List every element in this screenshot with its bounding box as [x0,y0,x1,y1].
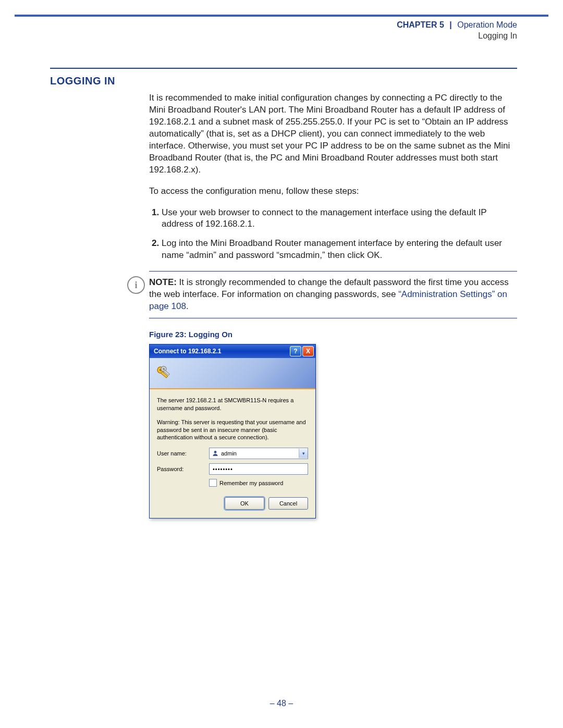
steps-intro: To access the configuration menu, follow… [149,186,517,198]
password-input[interactable]: •••••••• [209,463,308,475]
server-text: The server 192.168.2.1 at SMCWBR11S-N re… [157,397,308,412]
figure-caption: Figure 23: Logging On [149,330,517,339]
person-icon [212,450,219,457]
content-area: LOGGING IN It is recommended to make ini… [50,68,517,519]
chevron-down-icon[interactable]: ▾ [299,449,308,458]
page-number: – 48 – [0,699,563,708]
username-label: User name: [157,450,209,456]
running-head: CHAPTER 5 | Operation Mode Logging In [397,20,517,42]
ok-button[interactable]: OK [225,497,264,510]
close-button[interactable]: X [302,346,314,356]
chapter-line: CHAPTER 5 | Operation Mode [397,20,517,31]
section-rule [50,68,517,69]
auth-dialog: Connect to 192.168.2.1 ? X [149,344,316,519]
remember-checkbox[interactable] [209,479,217,487]
steps-list: Use your web browser to connect to the m… [149,207,517,262]
titlebar-buttons: ? X [290,346,314,356]
note-text: NOTE: It is strongly recommended to chan… [149,277,517,313]
remember-label: Remember my password [219,480,283,486]
dialog-titlebar[interactable]: Connect to 192.168.2.1 ? X [150,344,315,358]
chapter-label: CHAPTER 5 [397,20,444,29]
body-column: It is recommended to make initial config… [149,92,517,262]
running-sub: Logging In [397,31,517,42]
note-block: i NOTE: It is strongly recommended to ch… [50,271,517,318]
note-rule-bottom [149,318,517,318]
note-label: NOTE: [149,277,177,287]
warning-text: Warning: This server is requesting that … [157,418,308,442]
username-value: admin [219,450,299,456]
svg-point-6 [214,451,217,453]
password-row: Password: •••••••• [157,463,308,475]
manual-page: CHAPTER 5 | Operation Mode Logging In LO… [0,0,563,728]
note-rule-top [149,271,517,272]
keys-icon [155,364,173,382]
remember-row[interactable]: Remember my password [209,479,308,487]
dialog-body: The server 192.168.2.1 at SMCWBR11S-N re… [150,389,315,518]
dialog-banner [150,358,315,389]
svg-point-4 [163,368,165,370]
dialog-buttons: OK Cancel [157,494,308,515]
username-input[interactable]: admin ▾ [209,448,308,459]
dialog-title: Connect to 192.168.2.1 [154,348,221,355]
password-mask: •••••••• [213,466,233,472]
section-title: LOGGING IN [50,75,517,87]
top-rule [15,15,548,17]
help-button[interactable]: ? [290,346,301,356]
cancel-button[interactable]: Cancel [268,497,308,510]
step-2: Log into the Mini Broadband Router manag… [162,238,517,262]
password-label: Password: [157,466,209,472]
info-icon: i [127,276,145,294]
note-tail: . [186,301,189,311]
username-row: User name: admin ▾ [157,448,308,459]
separator: | [446,20,455,29]
chapter-mode: Operation Mode [457,20,517,29]
intro-paragraph: It is recommended to make initial config… [149,92,517,176]
step-1: Use your web browser to connect to the m… [162,207,517,231]
